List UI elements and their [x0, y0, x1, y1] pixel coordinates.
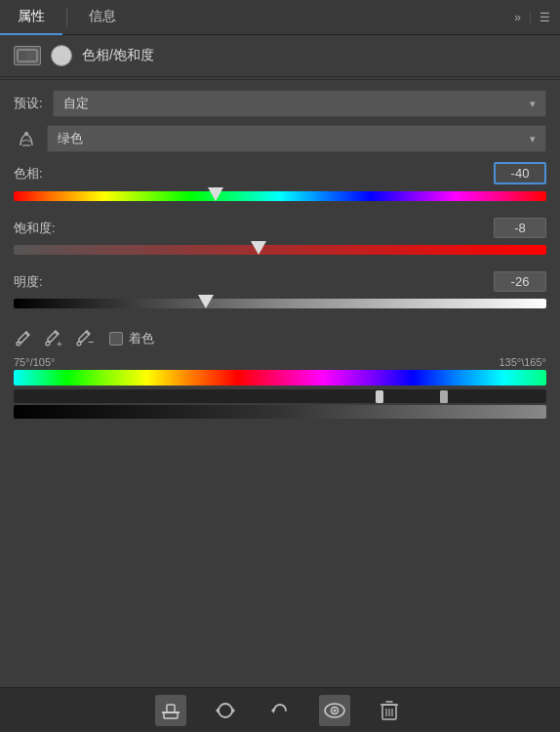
preset-label: 预设:	[14, 95, 53, 112]
lightness-slider-row: 明度:	[14, 271, 546, 311]
saturation-label: 饱和度:	[14, 220, 56, 237]
preset-dropdown[interactable]: 自定 ▾	[53, 90, 546, 117]
svg-text:−: −	[88, 335, 94, 348]
tab-divider	[66, 8, 67, 27]
lig-slider-container[interactable]	[14, 296, 546, 311]
range-right-label: 135°\165°	[499, 356, 546, 368]
sat-slider-track	[14, 245, 546, 255]
hue-thumb[interactable]	[208, 187, 223, 201]
panel-icon-rect	[14, 46, 41, 65]
eyedropper-add-icon[interactable]: +	[43, 329, 62, 348]
stamp-icon[interactable]	[155, 695, 186, 726]
top-right-icons: » | ☰	[514, 11, 560, 24]
preset-row: 预设: 自定 ▾	[14, 90, 546, 117]
svg-rect-1	[19, 51, 26, 61]
preset-section: 预设: 自定 ▾ 绿色 ▾ 色相:	[0, 82, 560, 427]
range-row: 75°/105° 135°\165°	[14, 356, 546, 368]
saturation-input[interactable]	[494, 218, 546, 238]
menu-icon[interactable]: ☰	[540, 11, 550, 24]
channel-value: 绿色	[58, 130, 83, 147]
cycle-icon[interactable]	[210, 695, 241, 726]
range-handle-4[interactable]	[440, 390, 448, 403]
trash-icon[interactable]	[374, 695, 405, 726]
channel-dropdown[interactable]: 绿色 ▾	[47, 125, 546, 152]
panel-header: 色相/饱和度	[0, 35, 560, 77]
eyedropper-subtract-icon[interactable]: −	[74, 329, 94, 348]
tab-info[interactable]: 信息	[71, 0, 134, 35]
preset-value: 自定	[63, 95, 89, 112]
svg-point-20	[334, 709, 337, 712]
hue-input[interactable]	[494, 162, 546, 184]
colorize-checkbox[interactable]	[109, 332, 123, 346]
svg-marker-16	[232, 708, 235, 713]
channel-icon	[14, 128, 39, 149]
sat-slider-container[interactable]	[14, 242, 546, 258]
panel-title: 色相/饱和度	[82, 47, 154, 64]
svg-point-2	[24, 132, 28, 136]
hue-label: 色相:	[14, 165, 43, 183]
undo-icon[interactable]	[264, 695, 296, 726]
preset-dropdown-arrow: ▾	[530, 98, 536, 110]
colorize-row: 着色	[109, 330, 154, 347]
lig-slider-track	[14, 299, 546, 308]
tab-bar: 属性 信息 » | ☰	[0, 0, 560, 35]
eyedropper-icon[interactable]	[14, 330, 31, 348]
tab-properties[interactable]: 属性	[0, 0, 62, 35]
hue-slider-row: 色相:	[14, 162, 546, 204]
lig-thumb[interactable]	[198, 295, 214, 308]
eye-icon[interactable]	[319, 695, 350, 726]
svg-marker-17	[271, 708, 274, 713]
channel-row: 绿色 ▾	[14, 125, 546, 152]
svg-text:+: +	[57, 339, 62, 348]
saturation-slider-row: 饱和度:	[14, 218, 546, 258]
svg-rect-14	[162, 712, 180, 713]
panel-icon-circle	[51, 45, 72, 66]
range-handles-strip[interactable]	[14, 389, 546, 403]
expand-icon[interactable]: »	[514, 11, 521, 24]
svg-rect-13	[167, 705, 175, 712]
range-handle-2[interactable]	[376, 390, 383, 403]
eyedropper-row: + − 着色	[14, 325, 546, 356]
range-left-label: 75°/105°	[14, 356, 55, 368]
lightness-label: 明度:	[14, 273, 43, 291]
hue-slider-track	[14, 191, 546, 201]
lightness-input[interactable]	[494, 271, 546, 292]
sat-thumb[interactable]	[251, 241, 266, 255]
bottom-spectrum-strip	[14, 405, 546, 419]
spectrum-strip	[14, 370, 546, 386]
bottom-toolbar	[0, 687, 560, 732]
svg-marker-15	[216, 708, 219, 713]
hue-slider-container[interactable]	[14, 188, 546, 204]
channel-dropdown-arrow: ▾	[530, 133, 536, 145]
colorize-label: 着色	[129, 330, 154, 347]
